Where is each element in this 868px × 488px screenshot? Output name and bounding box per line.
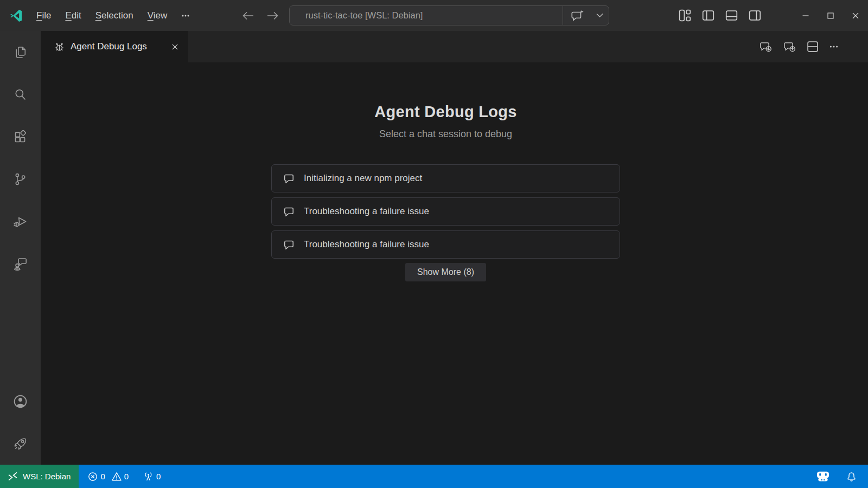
chat-sparkle-icon[interactable] [563,10,591,22]
files-icon [13,45,28,60]
chevron-down-icon[interactable] [591,13,608,18]
command-center[interactable]: rust-tic-tac-toe [WSL: Debian] [289,5,609,25]
problems-status[interactable]: 0 0 [88,472,129,481]
page-title: Agent Debug Logs [271,103,620,121]
run-debug-icon [13,214,28,229]
menu-more-ellipsis-icon[interactable] [174,8,197,23]
sidebar-item-run-debug[interactable] [0,200,41,242]
error-icon [88,472,98,481]
comment-icon [283,240,295,249]
sidebar-item-explorer[interactable] [0,31,41,73]
session-item-3[interactable]: Troubleshooting a failure issue [271,230,620,259]
ports-status[interactable]: 0 [143,472,161,481]
tab-close-icon[interactable] [169,41,181,53]
page-subtitle: Select a chat session to debug [271,129,620,140]
status-bar: WSL: Debian 0 0 0 [0,465,868,488]
warning-count: 0 [124,472,129,481]
close-window-button[interactable] [843,0,868,31]
extensions-icon [13,130,28,144]
sidebar-item-search[interactable] [0,73,41,115]
radio-tower-icon [143,472,154,481]
session-item-2[interactable]: Troubleshooting a failure issue [271,197,620,226]
chat-person-icon [13,256,28,271]
remote-indicator[interactable]: WSL: Debian [0,465,79,488]
menu-edit[interactable]: Edit [58,7,88,24]
search-icon [13,87,28,102]
toggle-panel-icon[interactable] [725,9,738,22]
tab-agent-debug-logs[interactable]: Agent Debug Logs [41,31,188,62]
sidebar-item-source-control[interactable] [0,158,41,200]
menu-view[interactable]: View [141,7,175,24]
activity-bar [0,31,41,465]
ports-count: 0 [156,472,161,481]
vscode-logo-icon [10,10,22,22]
session-label: Troubleshooting a failure issue [304,239,429,250]
copilot-icon[interactable] [816,471,830,481]
forward-arrow-icon[interactable] [266,11,279,21]
window-controls [793,0,868,31]
agent-debug-logs-view: Agent Debug Logs Select a chat session t… [271,62,620,281]
notifications-bell-icon[interactable] [846,471,857,482]
activity-bar-spacer [0,285,41,380]
editor-pane: Agent Debug Logs Select a chat session t… [41,62,868,465]
editor-tab-bar: Agent Debug Logs [41,31,868,62]
command-center-title[interactable]: rust-tic-tac-toe [WSL: Debian] [290,10,563,21]
comment-icon [283,207,295,216]
export-chat-icon[interactable] [783,41,796,53]
editor-actions [759,31,868,62]
source-control-icon [13,172,28,187]
sidebar-item-account[interactable] [0,380,41,422]
vscode-window: File Edit Selection View rust-tic-tac-to… [0,0,868,488]
more-actions-ellipsis-icon[interactable] [829,42,839,52]
toggle-primary-sidebar-icon[interactable] [702,9,714,22]
warning-icon [112,472,122,481]
history-navigation [242,0,279,31]
error-count: 0 [100,472,105,481]
sidebar-item-chat[interactable] [0,242,41,285]
sidebar-item-rocket[interactable] [0,422,41,465]
title-bar: File Edit Selection View rust-tic-tac-to… [0,0,868,31]
session-label: Troubleshooting a failure issue [304,206,429,217]
import-chat-icon[interactable] [759,41,773,53]
session-item-1[interactable]: Initializing a new npm project [271,164,620,192]
show-more-button[interactable]: Show More (8) [405,263,486,281]
back-arrow-icon[interactable] [242,11,254,21]
menu-bar: File Edit Selection View [29,0,197,31]
tab-title: Agent Debug Logs [71,41,147,52]
rocket-icon [13,436,28,451]
customize-layout-icon[interactable] [679,9,691,22]
menu-selection[interactable]: Selection [88,7,141,24]
account-icon [12,394,28,409]
menu-file[interactable]: File [29,7,58,24]
minimize-button[interactable] [793,0,818,31]
maximize-button[interactable] [818,0,843,31]
status-bar-right [816,471,868,482]
session-list: Initializing a new npm project Troublesh… [271,164,620,259]
toggle-secondary-sidebar-icon[interactable] [749,9,761,22]
remote-label: WSL: Debian [23,472,71,481]
session-label: Initializing a new npm project [304,173,422,184]
layout-controls [679,0,761,31]
comment-icon [283,174,295,183]
bug-icon [54,42,65,52]
sidebar-item-extensions[interactable] [0,115,41,158]
remote-icon [8,472,18,481]
split-editor-icon[interactable] [807,41,819,53]
